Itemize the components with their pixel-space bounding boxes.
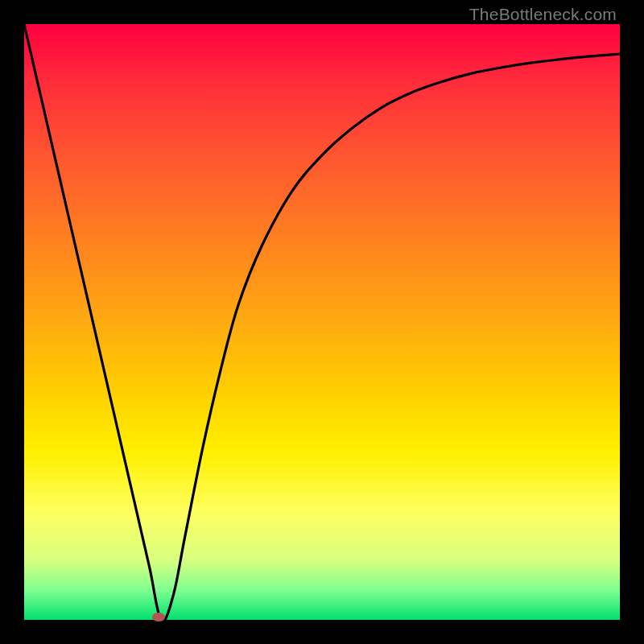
plot-area (24, 24, 620, 620)
optimal-point-marker (152, 613, 165, 621)
attribution-text: TheBottleneck.com (469, 5, 617, 24)
chart-frame: TheBottleneck.com (0, 0, 644, 644)
curve-path (24, 24, 620, 620)
bottleneck-curve (24, 24, 620, 620)
